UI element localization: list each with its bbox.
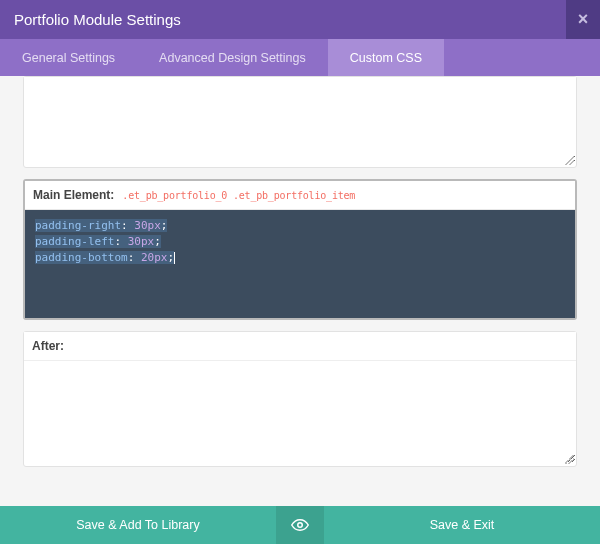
preview-button[interactable] [276, 506, 324, 544]
code-prop: padding-bottom [35, 251, 128, 264]
svg-point-0 [298, 523, 303, 528]
close-icon: × [578, 9, 589, 30]
main-element-field: Main Element: .et_pb_portfolio_0 .et_pb_… [23, 179, 577, 320]
main-element-header: Main Element: .et_pb_portfolio_0 .et_pb_… [25, 181, 575, 210]
text-cursor [174, 252, 175, 264]
code-val: 30 [134, 219, 147, 232]
main-element-label: Main Element: [33, 188, 114, 202]
before-textarea[interactable] [24, 77, 576, 164]
main-element-selector: .et_pb_portfolio_0 .et_pb_portfolio_item [122, 190, 355, 201]
modal-title: Portfolio Module Settings [14, 11, 181, 28]
code-unit: px [148, 219, 161, 232]
after-field: After: [23, 331, 577, 467]
after-header: After: [24, 332, 576, 360]
main-element-code[interactable]: padding-right: 30px; padding-left: 30px;… [25, 210, 575, 318]
tab-advanced-design-settings[interactable]: Advanced Design Settings [137, 39, 328, 76]
tab-general-settings[interactable]: General Settings [0, 39, 137, 76]
footer-bar: Save & Add To Library Save & Exit [0, 506, 600, 544]
save-exit-button[interactable]: Save & Exit [324, 506, 600, 544]
code-val: 30 [128, 235, 141, 248]
modal-header: Portfolio Module Settings × [0, 0, 600, 39]
close-button[interactable]: × [566, 0, 600, 39]
code-prop: padding-right [35, 219, 121, 232]
tab-bar: General Settings Advanced Design Setting… [0, 39, 600, 76]
code-val: 20 [141, 251, 154, 264]
before-field [23, 76, 577, 168]
tab-custom-css[interactable]: Custom CSS [328, 39, 444, 76]
eye-icon [291, 516, 309, 534]
code-prop: padding-left [35, 235, 114, 248]
after-textarea[interactable] [24, 360, 576, 463]
code-unit: px [154, 251, 167, 264]
save-add-to-library-button[interactable]: Save & Add To Library [0, 506, 276, 544]
content-area: Main Element: .et_pb_portfolio_0 .et_pb_… [0, 76, 600, 506]
after-label: After: [32, 339, 64, 353]
code-unit: px [141, 235, 154, 248]
